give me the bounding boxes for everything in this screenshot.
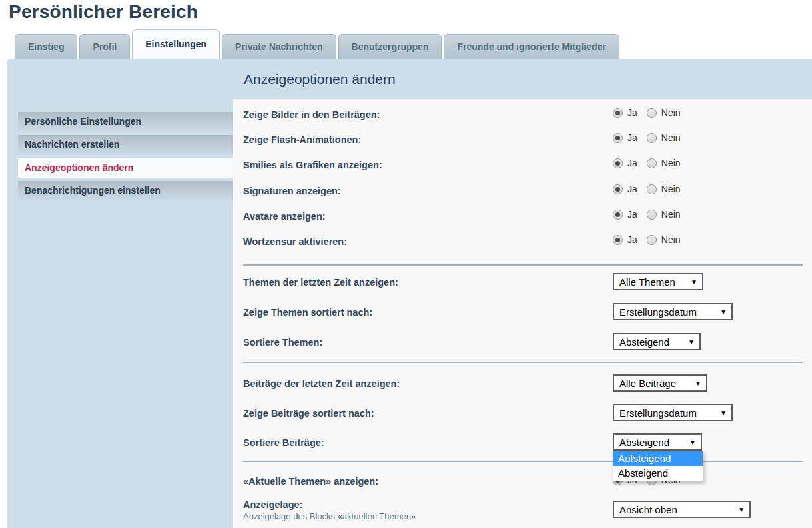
setting-label: Zeige Bilder in den Beiträgen:: [243, 109, 380, 120]
select-themen-richtung[interactable]: Absteigend: [613, 333, 701, 350]
dropdown-arrow-icon: [695, 380, 701, 387]
tab-profil[interactable]: Profil: [79, 34, 130, 59]
select-value: Alle Beiträge: [619, 378, 676, 389]
select-value: Erstellungsdatum: [619, 407, 697, 419]
setting-description: Anzeigelage des Blocks «aktuellen Themen…: [243, 511, 416, 521]
sidebar-item-benachrichtigungen-einstellen[interactable]: Benachrichtigungen einstellen: [18, 181, 233, 200]
radio-nein[interactable]: [647, 184, 657, 194]
setting-label: Signaturen anzeigen:: [243, 186, 341, 196]
select-beitraege-zeitraum[interactable]: Alle Beiträge: [613, 374, 707, 392]
dropdown-arrow-icon: [738, 506, 745, 513]
radio-ja[interactable]: [613, 158, 623, 168]
radio-ja-label: Ja: [627, 158, 637, 168]
section-heading: Anzeigeoptionen ändern: [244, 71, 396, 87]
tab-einstieg[interactable]: Einstieg: [15, 34, 77, 59]
setting-label: Themen der letzten Zeit anzeigen:: [243, 277, 398, 288]
setting-label: «Aktuelle Themen» anzeigen:: [243, 476, 378, 487]
dropdown-arrow-icon: [720, 409, 727, 417]
radio-group-zeige-flash: Ja Nein: [613, 132, 681, 143]
dropdown-arrow-icon: [720, 308, 727, 316]
dropdown-option-absteigend[interactable]: Absteigend: [613, 466, 703, 481]
select-beitraege-sortierung[interactable]: Erstellungsdatum: [613, 404, 733, 421]
radio-group-avatare: Ja Nein: [613, 209, 681, 220]
select-value: Erstellungsdatum: [619, 306, 697, 318]
dropdown-arrow-icon: [689, 439, 696, 446]
radio-ja[interactable]: [613, 184, 623, 194]
radio-nein-label: Nein: [661, 107, 681, 118]
settings-form: Zeige Bilder in den Beiträgen: Ja Nein Z…: [233, 99, 812, 528]
radio-ja-label: Ja: [627, 184, 637, 194]
setting-label: Beiträge der letzten Zeit anzeigen:: [243, 378, 400, 389]
select-themen-sortierung[interactable]: Erstellungsdatum: [613, 303, 733, 320]
tab-freunde-und-ignorierte-mitglieder[interactable]: Freunde und ignorierte Mitglieder: [444, 34, 619, 59]
radio-ja[interactable]: [613, 235, 623, 245]
tab-private-nachrichten[interactable]: Private Nachrichten: [222, 34, 336, 59]
radio-ja[interactable]: [613, 108, 623, 118]
select-themen-zeitraum[interactable]: Alle Themen: [613, 273, 703, 290]
dropdown-arrow-icon: [691, 278, 697, 286]
dropdown-option-list: Aufsteigend Absteigend: [613, 451, 703, 481]
select-value: Ansicht oben: [619, 504, 677, 515]
select-value: Absteigend: [619, 437, 669, 448]
setting-label: Anzeigelage:: [243, 499, 302, 510]
dropdown-option-aufsteigend[interactable]: Aufsteigend: [613, 451, 703, 466]
radio-ja-label: Ja: [627, 234, 637, 245]
setting-label: Sortiere Beiträge:: [243, 437, 324, 448]
select-beitraege-richtung[interactable]: Absteigend: [613, 433, 702, 451]
radio-nein[interactable]: [647, 108, 657, 118]
section-divider: [243, 461, 803, 462]
dropdown-arrow-icon: [688, 338, 695, 346]
setting-label: Wortzensur aktivieren:: [243, 236, 347, 247]
sidebar-item-persoenliche-einstellungen[interactable]: Persönliche Einstellungen: [18, 112, 233, 131]
setting-label: Zeige Themen sortiert nach:: [243, 307, 372, 318]
radio-nein[interactable]: [647, 158, 657, 168]
setting-label: Zeige Beiträge sortiert nach:: [243, 408, 374, 419]
radio-nein-label: Nein: [661, 158, 681, 168]
sidebar-item-anzeigeoptionen-aendern[interactable]: Anzeigeoptionen ändern: [18, 158, 233, 178]
page-title: Persönlicher Bereich: [9, 1, 198, 23]
radio-nein-label: Nein: [661, 234, 681, 245]
radio-ja[interactable]: [613, 133, 623, 143]
radio-nein[interactable]: [647, 235, 657, 245]
radio-group-smilies: Ja Nein: [613, 158, 681, 168]
radio-ja-label: Ja: [627, 107, 637, 118]
setting-label: Smilies als Grafiken anzeigen:: [243, 160, 382, 170]
setting-label: Avatare anzeigen:: [243, 211, 326, 222]
radio-group-signaturen: Ja Nein: [613, 184, 681, 194]
section-divider: [243, 264, 803, 266]
select-value: Alle Themen: [619, 276, 675, 288]
radio-nein-label: Nein: [661, 132, 681, 143]
tab-benutzergruppen[interactable]: Benutzergruppen: [338, 34, 442, 59]
radio-group-zeige-bilder: Ja Nein: [613, 107, 681, 118]
radio-nein[interactable]: [647, 210, 657, 220]
radio-ja-label: Ja: [627, 132, 637, 143]
setting-label: Sortiere Themen:: [243, 337, 322, 348]
select-anzeigelage[interactable]: Ansicht oben: [613, 501, 751, 518]
section-divider: [243, 362, 803, 363]
setting-label: Zeige Flash-Animationen:: [243, 134, 361, 145]
radio-ja[interactable]: [613, 210, 623, 220]
tab-bar: Einstieg Profil Einstellungen Private Na…: [15, 29, 619, 59]
radio-nein[interactable]: [647, 133, 657, 143]
radio-ja-label: Ja: [627, 209, 637, 220]
select-value: Absteigend: [619, 336, 669, 348]
radio-nein-label: Nein: [661, 209, 681, 220]
radio-group-wortzensur: Ja Nein: [613, 234, 681, 245]
sidebar-item-nachrichten-erstellen[interactable]: Nachrichten erstellen: [18, 135, 233, 154]
radio-nein-label: Nein: [661, 184, 681, 194]
tab-einstellungen[interactable]: Einstellungen: [132, 29, 220, 59]
